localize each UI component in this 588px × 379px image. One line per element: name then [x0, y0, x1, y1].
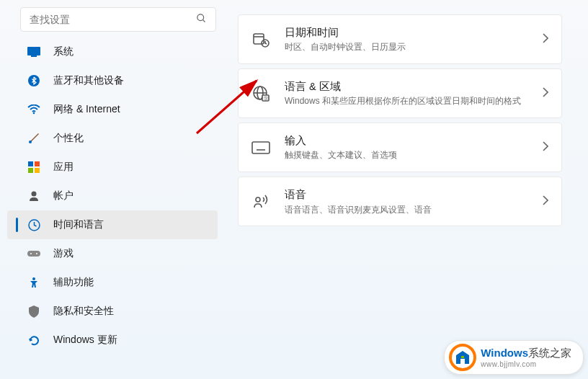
sidebar-item-accessibility[interactable]: 辅助功能: [7, 268, 218, 297]
svg-rect-2: [27, 47, 40, 55]
card-language-region[interactable]: 字 语言 & 区域 Windows 和某些应用根据你所在的区域设置日期和时间的格…: [238, 68, 562, 118]
svg-rect-10: [35, 168, 40, 173]
card-title: 日期和时间: [285, 25, 543, 40]
card-title: 语音: [285, 187, 543, 202]
globe-lang-icon: 字: [251, 84, 270, 103]
svg-rect-25: [252, 142, 270, 153]
sidebar-item-gaming[interactable]: 游戏: [7, 239, 218, 268]
sidebar-label: 时间和语言: [53, 218, 104, 231]
card-input[interactable]: 输入 触摸键盘、文本建议、首选项: [238, 122, 562, 172]
sidebar-label: 帐户: [53, 190, 74, 202]
watermark-brand: Windows: [481, 347, 528, 359]
svg-point-0: [197, 14, 204, 20]
svg-point-11: [32, 192, 37, 197]
bluetooth-icon: [27, 74, 40, 87]
search-input[interactable]: [30, 14, 196, 25]
watermark-url: www.bjjmlv.com: [481, 360, 571, 368]
sidebar-item-privacy[interactable]: 隐私和安全性: [7, 297, 218, 326]
sidebar-item-accounts[interactable]: 帐户: [7, 182, 218, 210]
clock-globe-icon: [27, 218, 40, 231]
accessibility-icon: [27, 276, 40, 289]
svg-point-32: [256, 197, 260, 202]
card-title: 输入: [285, 133, 543, 148]
calendar-clock-icon: [251, 30, 270, 49]
shield-icon: [27, 305, 40, 318]
search-box[interactable]: [20, 7, 216, 32]
sidebar-item-network[interactable]: 网络 & Internet: [7, 95, 218, 124]
svg-point-6: [29, 141, 32, 143]
search-icon: [196, 13, 207, 27]
sidebar-label: 系统: [53, 45, 74, 58]
content-area: 日期和时间 时区、自动时钟设置、日历显示 字 语言 & 区域 Windows 和…: [238, 0, 588, 379]
user-icon: [27, 190, 40, 202]
card-title: 语言 & 区域: [285, 79, 543, 94]
svg-line-1: [202, 19, 205, 22]
svg-point-15: [36, 253, 37, 254]
sidebar-label: Windows 更新: [53, 334, 117, 347]
sidebar-label: 游戏: [53, 247, 74, 260]
watermark-suffix: 系统之家: [528, 347, 571, 359]
sidebar-item-personalization[interactable]: 个性化: [7, 124, 218, 153]
card-sub: 时区、自动时钟设置、日历显示: [285, 41, 543, 53]
sidebar-label: 个性化: [53, 132, 84, 145]
update-icon: [27, 334, 40, 347]
wifi-icon: [27, 103, 40, 116]
svg-rect-13: [27, 251, 40, 257]
card-sub: Windows 和某些应用根据你所在的区域设置日期和时间的格式: [285, 95, 543, 107]
svg-rect-9: [28, 168, 33, 173]
chevron-right-icon: [543, 33, 548, 46]
chevron-right-icon: [543, 87, 548, 100]
gamepad-icon: [27, 247, 40, 260]
sidebar-item-system[interactable]: 系统: [7, 37, 218, 66]
speech-icon: [251, 192, 270, 211]
sidebar-label: 蓝牙和其他设备: [53, 74, 124, 87]
svg-text:字: 字: [264, 95, 268, 100]
sidebar-item-bluetooth[interactable]: 蓝牙和其他设备: [7, 66, 218, 95]
card-speech[interactable]: 语音 语音语言、语音识别麦克风设置、语音: [238, 177, 562, 226]
sidebar-item-windows-update[interactable]: Windows 更新: [7, 326, 218, 355]
sidebar-item-apps[interactable]: 应用: [7, 153, 218, 182]
svg-point-16: [32, 277, 35, 280]
card-sub: 触摸键盘、文本建议、首选项: [285, 149, 543, 161]
apps-icon: [27, 161, 40, 174]
card-sub: 语音语言、语音识别麦克风设置、语音: [285, 204, 543, 216]
svg-point-5: [33, 112, 35, 115]
watermark-logo-icon: [449, 344, 476, 371]
svg-rect-8: [35, 161, 40, 166]
chevron-right-icon: [543, 195, 548, 208]
sidebar-label: 隐私和安全性: [53, 305, 114, 318]
card-date-time[interactable]: 日期和时间 时区、自动时钟设置、日历显示: [238, 14, 562, 64]
svg-rect-34: [461, 356, 464, 358]
keyboard-icon: [251, 138, 270, 157]
svg-rect-7: [28, 161, 33, 166]
chevron-right-icon: [543, 141, 548, 154]
sidebar-label: 辅助功能: [53, 276, 94, 289]
sidebar: 系统 蓝牙和其他设备 网络 & Internet 个性化 应用 帐户: [0, 0, 238, 379]
brush-icon: [27, 132, 40, 145]
svg-rect-3: [31, 55, 37, 57]
svg-point-14: [30, 253, 32, 254]
sidebar-label: 应用: [53, 161, 74, 174]
sidebar-label: 网络 & Internet: [53, 103, 120, 116]
sidebar-item-time-language[interactable]: 时间和语言: [7, 210, 218, 239]
system-icon: [27, 45, 40, 58]
watermark: Windows系统之家 www.bjjmlv.com: [444, 340, 584, 375]
